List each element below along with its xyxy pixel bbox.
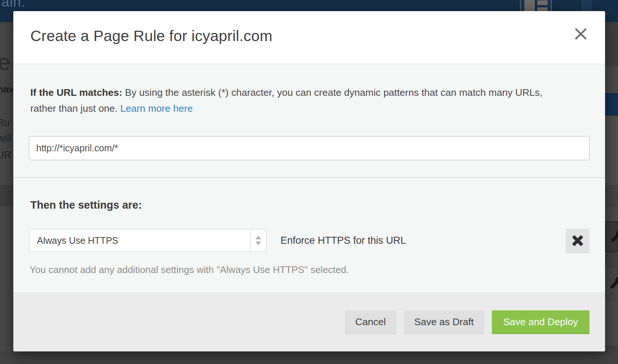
setting-row: Always Use HTTPS Enforce HTTPS for this … [29, 229, 590, 252]
background-table-band [0, 185, 13, 206]
save-as-draft-button[interactable]: Save as Draft [404, 310, 484, 333]
setting-select-value: Always Use HTTPS [29, 229, 250, 252]
setting-helper-text: You cannot add any additional settings w… [30, 264, 588, 276]
modal-footer: Cancel Save as Draft Save and Deploy [13, 292, 605, 351]
background-row-box [605, 221, 618, 252]
close-icon[interactable]: × [572, 23, 590, 44]
url-match-description: If the URL matches: By using the asteris… [30, 85, 547, 117]
layout-bars [537, 0, 548, 12]
background-topbar-text: ain. [1, 0, 26, 10]
section-divider [13, 177, 605, 178]
background-text-fragment: will [0, 133, 11, 144]
url-match-label: If the URL matches: [30, 87, 122, 98]
wrench-icon [609, 230, 618, 245]
url-pattern-input[interactable] [29, 136, 590, 160]
setting-select[interactable]: Always Use HTTPS [29, 229, 266, 252]
background-blue-button-edge [605, 93, 618, 115]
modal-title: Create a Page Rule for icyapril.com [13, 11, 605, 45]
cancel-button[interactable]: Cancel [345, 310, 396, 333]
layout-block [524, 0, 535, 13]
background-text-fragment: e [0, 49, 10, 75]
save-and-deploy-button[interactable]: Save and Deploy [492, 310, 590, 333]
background-row-box [605, 269, 618, 301]
settings-heading: Then the settings are: [30, 199, 588, 211]
background-text-fragment: nav [0, 84, 14, 95]
modal-header: Create a Page Rule for icyapril.com × [13, 11, 605, 64]
background-text-fragment: UR [0, 149, 11, 161]
setting-description: Enforce HTTPS for this URL [281, 235, 406, 246]
background-right-strip [605, 22, 618, 364]
create-page-rule-modal: Create a Page Rule for icyapril.com × If… [13, 11, 605, 351]
background-bottom-strip [0, 351, 618, 364]
up-down-arrows-icon[interactable] [250, 229, 266, 252]
remove-setting-button[interactable] [566, 229, 590, 252]
background-text-fragment: Ru [0, 117, 10, 129]
learn-more-link[interactable]: Learn more here [120, 103, 193, 114]
wrench-icon [609, 277, 618, 291]
